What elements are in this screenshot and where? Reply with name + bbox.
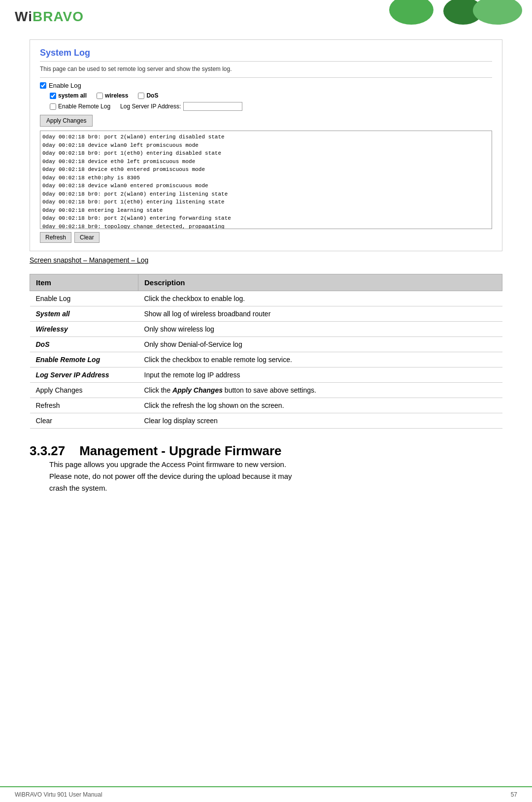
section-body-line: Please note, do not power off the device… bbox=[49, 470, 502, 482]
screenshot-panel: System Log This page can be used to set … bbox=[30, 39, 502, 251]
enable-remote-log-checkbox[interactable] bbox=[50, 103, 56, 110]
logo-wi: Wi bbox=[15, 9, 33, 24]
system-all-label: system all bbox=[58, 92, 87, 99]
enable-log-label: Enable Log bbox=[49, 82, 81, 89]
log-action-buttons: Refresh Clear bbox=[40, 232, 492, 243]
table-cell-item: DoS bbox=[30, 337, 138, 352]
table-cell-item: Log Server IP Address bbox=[30, 368, 138, 383]
apply-changes-button[interactable]: Apply Changes bbox=[40, 115, 93, 127]
description-table: Item Description Enable LogClick the che… bbox=[30, 274, 502, 429]
logo-bravo: BRAVO bbox=[33, 9, 84, 24]
table-row: RefreshClick the refresh the log shown o… bbox=[30, 398, 502, 413]
panel-title: System Log bbox=[40, 48, 492, 62]
section-title: Management - Upgrade Firmware bbox=[79, 443, 281, 458]
log-server-ip-group: Log Server IP Address: bbox=[120, 102, 242, 111]
remote-log-item: Enable Remote Log bbox=[50, 103, 110, 110]
system-all-checkbox[interactable] bbox=[50, 93, 56, 99]
table-cell-item: Apply Changes bbox=[30, 383, 138, 398]
section-heading: 3.3.27 Management - Upgrade Firmware bbox=[30, 443, 502, 459]
table-cell-description: Only show wireless log bbox=[138, 322, 502, 337]
panel-description: This page can be used to set remote log … bbox=[40, 66, 492, 72]
table-row: System allShow all log of wireless broad… bbox=[30, 306, 502, 322]
table-header-item: Item bbox=[30, 274, 138, 291]
table-cell-item: Enable Log bbox=[30, 291, 138, 306]
table-cell-item: System all bbox=[30, 306, 138, 322]
table-header-description: Description bbox=[138, 274, 502, 291]
footer-page-number: 57 bbox=[511, 791, 517, 798]
log-type-row: system all wireless DoS bbox=[50, 92, 492, 99]
wireless-checkbox[interactable] bbox=[97, 93, 103, 99]
enable-log-row: Enable Log bbox=[40, 82, 492, 89]
table-cell-description: Clear log display screen bbox=[138, 413, 502, 429]
header-decoration bbox=[384, 0, 532, 20]
table-cell-description: Click the checkbox to enable log. bbox=[138, 291, 502, 306]
table-row: ClearClear log display screen bbox=[30, 413, 502, 429]
table-cell-item: Enable Remote Log bbox=[30, 352, 138, 368]
table-cell-description: Input the remote log IP address bbox=[138, 368, 502, 383]
dos-label: DoS bbox=[146, 92, 158, 99]
section-number: 3.3.27 bbox=[30, 443, 65, 458]
section-body-line: This page allows you upgrade the Access … bbox=[49, 459, 502, 470]
section-number-title: 3.3.27 Management - Upgrade Firmware bbox=[30, 443, 282, 458]
footer: WiBRAVO Virtu 901 User Manual 57 bbox=[0, 786, 532, 802]
section-body: This page allows you upgrade the Access … bbox=[49, 459, 502, 494]
clear-button[interactable]: Clear bbox=[74, 232, 100, 243]
dos-item: DoS bbox=[138, 92, 158, 99]
table-row: Log Server IP AddressInput the remote lo… bbox=[30, 368, 502, 383]
enable-remote-log-label: Enable Remote Log bbox=[58, 103, 110, 110]
wireless-label: wireless bbox=[105, 92, 128, 99]
table-row: Apply ChangesClick the Apply Changes but… bbox=[30, 383, 502, 398]
table-row: Enable Remote LogClick the checkbox to e… bbox=[30, 352, 502, 368]
table-row: Enable LogClick the checkbox to enable l… bbox=[30, 291, 502, 306]
wireless-item: wireless bbox=[97, 92, 128, 99]
screenshot-caption: Screen snapshot – Management – Log bbox=[30, 256, 502, 264]
refresh-button[interactable]: Refresh bbox=[40, 232, 71, 243]
table-cell-description: Click the refresh the log shown on the s… bbox=[138, 398, 502, 413]
table-row: DoSOnly show Denial-of-Service log bbox=[30, 337, 502, 352]
footer-manual-text: WiBRAVO Virtu 901 User Manual bbox=[15, 791, 102, 798]
table-cell-item: Wirelessy bbox=[30, 322, 138, 337]
log-server-ip-label: Log Server IP Address: bbox=[120, 103, 181, 110]
log-server-ip-input[interactable] bbox=[183, 102, 242, 111]
enable-log-checkbox[interactable] bbox=[40, 82, 46, 89]
remote-log-row: Enable Remote Log Log Server IP Address: bbox=[50, 102, 492, 111]
section-body-line: crash the system. bbox=[49, 482, 502, 494]
table-cell-item: Clear bbox=[30, 413, 138, 429]
table-cell-description: Only show Denial-of-Service log bbox=[138, 337, 502, 352]
dos-checkbox[interactable] bbox=[138, 93, 144, 99]
system-all-item: system all bbox=[50, 92, 87, 99]
table-cell-description: Click the Apply Changes button to save a… bbox=[138, 383, 502, 398]
log-display[interactable]: 0day 00:02:18 br0: port 2(wlan0) enterin… bbox=[40, 131, 492, 229]
table-cell-item: Refresh bbox=[30, 398, 138, 413]
logo: WiBRAVO bbox=[15, 9, 84, 24]
table-cell-description: Show all log of wireless broadband route… bbox=[138, 306, 502, 322]
table-row: WirelessyOnly show wireless log bbox=[30, 322, 502, 337]
main-content: System Log This page can be used to set … bbox=[0, 30, 532, 514]
table-cell-description: Click the checkbox to enable remote log … bbox=[138, 352, 502, 368]
